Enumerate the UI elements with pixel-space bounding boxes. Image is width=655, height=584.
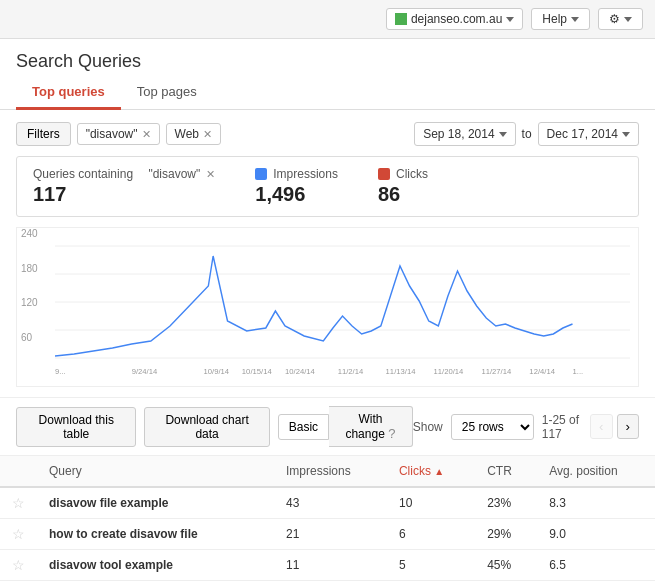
query-cell: disavow tool guide <box>37 581 274 585</box>
svg-text:10/24/14: 10/24/14 <box>285 367 315 376</box>
avg-pos-cell: 9.0 <box>537 519 655 550</box>
svg-text:11/27/14: 11/27/14 <box>481 367 511 376</box>
brand-icon <box>395 13 407 25</box>
th-query: Query <box>37 456 274 487</box>
svg-text:11/20/14: 11/20/14 <box>434 367 464 376</box>
download-table-button[interactable]: Download this table <box>16 407 136 447</box>
ctr-cell: 45% <box>475 550 537 581</box>
star-cell: ☆ <box>0 487 37 519</box>
impressions-cell: 43 <box>274 487 387 519</box>
toggle-basic-button[interactable]: Basic <box>278 414 329 440</box>
stat-clicks-label: Clicks <box>378 167 428 181</box>
page-nav: ‹ › <box>590 414 639 439</box>
query-cell: disavow file example <box>37 487 274 519</box>
help-caret-icon <box>571 17 579 22</box>
table-row: ☆ how to create disavow file 21 6 29% 9.… <box>0 519 655 550</box>
show-label: Show <box>413 420 443 434</box>
table-body: ☆ disavow file example 43 10 23% 8.3 ☆ h… <box>0 487 655 584</box>
filter-tag-web: Web ✕ <box>166 123 221 145</box>
brand-caret-icon <box>506 17 514 22</box>
date-from-button[interactable]: Sep 18, 2014 <box>414 122 515 146</box>
svg-text:9/24/14: 9/24/14 <box>132 367 158 376</box>
query-cell: how to create disavow file <box>37 519 274 550</box>
svg-text:9...: 9... <box>55 367 66 376</box>
table-header: Query Impressions Clicks ▲ CTR Avg. posi… <box>0 456 655 487</box>
chart-yaxis: 240 180 120 60 <box>17 228 47 366</box>
help-label: Help <box>542 12 567 26</box>
stat-queries: Queries containing "disavow" ✕ 117 <box>33 167 215 206</box>
gear-caret-icon <box>624 17 632 22</box>
help-button[interactable]: Help <box>531 8 590 30</box>
impressions-cell: 9 <box>274 581 387 585</box>
th-clicks[interactable]: Clicks ▲ <box>387 456 475 487</box>
tab-top-pages[interactable]: Top pages <box>121 76 213 110</box>
download-left: Download this table Download chart data … <box>16 406 413 447</box>
filter-tag-disavow: "disavow" ✕ <box>77 123 160 145</box>
date-to-button[interactable]: Dec 17, 2014 <box>538 122 639 146</box>
clicks-cell: 6 <box>387 519 475 550</box>
download-row: Download this table Download chart data … <box>0 397 655 456</box>
stat-clicks: Clicks 86 <box>378 167 428 206</box>
clicks-cell: 5 <box>387 581 475 585</box>
th-impressions: Impressions <box>274 456 387 487</box>
date-from-label: Sep 18, 2014 <box>423 127 494 141</box>
download-right: Show 25 rows 10 rows 50 rows 100 rows 1-… <box>413 413 639 441</box>
gear-button[interactable]: ⚙ <box>598 8 643 30</box>
filters-button[interactable]: Filters <box>16 122 71 146</box>
star-icon[interactable]: ☆ <box>12 557 25 573</box>
clicks-legend-icon <box>378 168 390 180</box>
svg-text:11/2/14: 11/2/14 <box>338 367 364 376</box>
star-icon[interactable]: ☆ <box>12 495 25 511</box>
stat-queries-remove[interactable]: ✕ <box>206 168 215 181</box>
data-table: Query Impressions Clicks ▲ CTR Avg. posi… <box>0 456 655 584</box>
brand-button[interactable]: dejanseo.com.au <box>386 8 523 30</box>
gear-icon: ⚙ <box>609 12 620 26</box>
filter-tag-web-label: Web <box>175 127 199 141</box>
date-from-caret <box>499 132 507 137</box>
toggle-with-change-button[interactable]: With change ? <box>329 406 413 447</box>
avg-pos-cell: 8.3 <box>537 487 655 519</box>
prev-page-button[interactable]: ‹ <box>590 414 612 439</box>
rows-select[interactable]: 25 rows 10 rows 50 rows 100 rows <box>451 414 534 440</box>
th-avg-position: Avg. position <box>537 456 655 487</box>
clicks-cell: 5 <box>387 550 475 581</box>
date-to-label: to <box>522 127 532 141</box>
filter-left: Filters "disavow" ✕ Web ✕ <box>16 122 221 146</box>
stat-impressions-label: Impressions <box>255 167 338 181</box>
star-icon[interactable]: ☆ <box>12 526 25 542</box>
tab-top-queries[interactable]: Top queries <box>16 76 121 110</box>
chart-svg: 9... 9/24/14 10/9/14 10/15/14 10/24/14 1… <box>55 236 630 376</box>
help-circle-icon[interactable]: ? <box>388 426 395 441</box>
date-range: Sep 18, 2014 to Dec 17, 2014 <box>414 122 639 146</box>
star-cell: ☆ <box>0 581 37 585</box>
stat-impressions: Impressions 1,496 <box>255 167 338 206</box>
th-star <box>0 456 37 487</box>
filter-row: Filters "disavow" ✕ Web ✕ Sep 18, 2014 t… <box>0 122 655 156</box>
date-to-caret <box>622 132 630 137</box>
th-ctr: CTR <box>475 456 537 487</box>
filter-tag-web-remove[interactable]: ✕ <box>203 128 212 141</box>
stats-bar: Queries containing "disavow" ✕ 117 Impre… <box>16 156 639 217</box>
stat-queries-value: 117 <box>33 183 215 206</box>
chart-area: 240 180 120 60 9... 9/24/14 10/9/14 10/1… <box>16 227 639 387</box>
svg-text:11/13/14: 11/13/14 <box>386 367 416 376</box>
avg-pos-cell: 7.8 <box>537 581 655 585</box>
next-page-button[interactable]: › <box>617 414 639 439</box>
svg-text:1...: 1... <box>573 367 584 376</box>
impressions-cell: 21 <box>274 519 387 550</box>
filter-tag-disavow-remove[interactable]: ✕ <box>142 128 151 141</box>
download-chart-button[interactable]: Download chart data <box>144 407 269 447</box>
date-to-label: Dec 17, 2014 <box>547 127 618 141</box>
sort-arrow-icon: ▲ <box>434 466 444 477</box>
svg-text:12/4/14: 12/4/14 <box>529 367 555 376</box>
view-toggle: Basic With change ? <box>278 406 413 447</box>
query-cell: disavow tool example <box>37 550 274 581</box>
page-info: 1-25 of 117 <box>542 413 582 441</box>
topbar: dejanseo.com.au Help ⚙ <box>0 0 655 39</box>
svg-text:10/15/14: 10/15/14 <box>242 367 272 376</box>
table-row: ☆ disavow file example 43 10 23% 8.3 <box>0 487 655 519</box>
stat-impressions-value: 1,496 <box>255 183 338 206</box>
stat-clicks-value: 86 <box>378 183 428 206</box>
ctr-cell: 56% <box>475 581 537 585</box>
ctr-cell: 29% <box>475 519 537 550</box>
